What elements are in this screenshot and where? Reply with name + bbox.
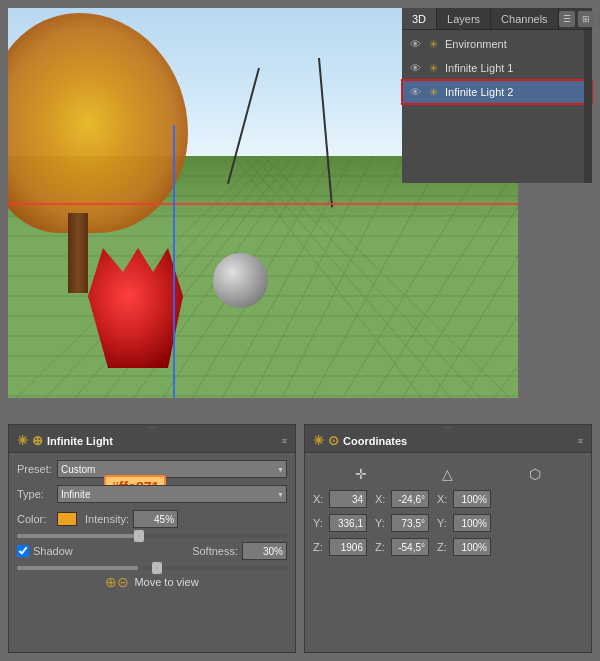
shadow-checkbox-wrapper: Shadow [17,545,73,557]
x-angle-label: X: [375,493,387,505]
softness-slider[interactable] [17,566,287,570]
layer-name-environment: Environment [445,38,586,50]
panel-icon-options[interactable]: ⊙ [597,11,600,27]
preset-label: Preset: [17,463,57,475]
coord-row-z: Z: 1906 Z: -54,5° Z: 100% [313,537,583,557]
type-select[interactable]: Infinite [57,485,287,503]
intensity-label: Intensity: [85,513,129,525]
svg-line-26 [428,256,518,398]
layer-eye-il2[interactable]: 👁 [408,85,422,99]
layer-name-il1: Infinite Light 1 [445,62,586,74]
coord-move-icon[interactable]: ✛ [350,463,372,485]
prop-body-left: Preset: Custom #ffc871 Type: Infinite Co… [9,453,295,596]
svg-line-30 [263,156,518,398]
intensity-slider[interactable] [17,534,287,538]
layer-eye-il1[interactable]: 👁 [408,61,422,75]
layer-icon-environment: ✳ [426,37,440,51]
prop-body-right: ✛ △ ⬡ X: 34 X: -24,6° X: 100% Y: 336,1 Y… [305,453,591,567]
layer-infinite-light-2[interactable]: 👁 ✳ Infinite Light 2 [402,80,592,104]
prop-header-right: ✳ ⊙ Coordinates ≡ [305,429,591,453]
shadow-checkbox[interactable] [17,545,29,557]
x-position[interactable]: 34 [329,490,367,508]
softness-label: Softness: [192,545,238,557]
z-pct-label: Z: [437,541,449,553]
coord-icon-sun: ✳ [313,433,324,448]
left-properties-panel: ✳ ⊕ Infinite Light ≡ Preset: Custom #ffc… [8,424,296,653]
coord-icon-sym: ⊙ [328,433,339,448]
svg-line-32 [243,156,458,398]
prop-icon-sun: ✳ [17,433,28,448]
z-position[interactable]: 1906 [329,538,367,556]
panel-3d: 3D Layers Channels ☰ ⊞ ⊙ ⊚ 👁 ✳ Environme… [402,8,592,183]
left-panel-title: Infinite Light [47,435,113,447]
layer-list: 👁 ✳ Environment 👁 ✳ Infinite Light 1 👁 ✳… [402,30,592,106]
layer-environment[interactable]: 👁 ✳ Environment [402,32,592,56]
tab-layers[interactable]: Layers [437,8,491,29]
svg-line-28 [488,366,518,398]
svg-line-27 [458,316,518,398]
coord-icons-row: ✛ △ ⬡ [313,459,583,489]
coord-rotate-icon[interactable]: △ [437,463,459,485]
color-swatch[interactable] [57,512,77,526]
z-angle[interactable]: -54,5° [391,538,429,556]
layer-icon-il1: ✳ [426,61,440,75]
y-axis-label: Y: [313,517,325,529]
right-panel-title: Coordinates [343,435,407,447]
prop-icon-coord: ⊕ [32,433,43,448]
y-angle-label: Y: [375,517,387,529]
right-properties-panel: ✳ ⊙ Coordinates ≡ ✛ △ ⬡ X: 34 X: -24,6° … [304,424,592,653]
y-pct-label: Y: [437,517,449,529]
preset-select-wrapper: Custom [57,460,287,478]
layer-name-il2: Infinite Light 2 [445,86,586,98]
type-select-wrapper: Infinite [57,485,287,503]
svg-line-22 [308,156,443,398]
svg-line-23 [338,156,488,398]
move-to-view-btn[interactable]: ⊕⊝ Move to view [17,574,287,590]
x-angle[interactable]: -24,6° [391,490,429,508]
x-axis-label: X: [313,493,325,505]
intensity-input[interactable]: 45% [133,510,178,528]
svg-line-31 [253,156,488,398]
prop-row-shadow: Shadow Softness: 30% [17,541,287,561]
layer-infinite-light-1[interactable]: 👁 ✳ Infinite Light 1 [402,56,592,80]
tab-channels[interactable]: Channels [491,8,558,29]
preset-select[interactable]: Custom [57,460,287,478]
x-percent[interactable]: 100% [453,490,491,508]
y-angle[interactable]: 73,5° [391,514,429,532]
panel-tabs: 3D Layers Channels ☰ ⊞ ⊙ ⊚ [402,8,592,30]
prop-header-left: ✳ ⊕ Infinite Light ≡ [9,429,295,453]
panel-icon-list[interactable]: ☰ [559,11,575,27]
coord-row-x: X: 34 X: -24,6° X: 100% [313,489,583,509]
color-label: Color: [17,513,57,525]
move-label: Move to view [134,576,198,588]
layer-eye-environment[interactable]: 👁 [408,37,422,51]
z-axis-label: Z: [313,541,325,553]
prop-row-color: Color: Intensity: 45% [17,509,287,529]
y-position[interactable]: 336,1 [329,514,367,532]
prop-row-type: Type: Infinite [17,484,287,504]
move-icon: ⊕⊝ [105,574,129,590]
panel-icon-filter[interactable]: ⊞ [578,11,594,27]
prop-collapse-left[interactable]: ≡ [282,436,287,446]
coord-row-y: Y: 336,1 Y: 73,5° Y: 100% [313,513,583,533]
panel-scrollbar[interactable] [584,30,592,183]
y-percent[interactable]: 100% [453,514,491,532]
svg-line-24 [368,166,518,398]
svg-line-21 [278,156,403,398]
svg-line-25 [398,206,518,398]
x-pct-label: X: [437,493,449,505]
z-angle-label: Z: [375,541,387,553]
prop-collapse-right[interactable]: ≡ [578,436,583,446]
tab-3d[interactable]: 3D [402,8,437,29]
shadow-label: Shadow [33,545,73,557]
layer-icon-il2: ✳ [426,85,440,99]
softness-input[interactable]: 30% [242,542,287,560]
coord-scale-icon[interactable]: ⬡ [524,463,546,485]
z-percent[interactable]: 100% [453,538,491,556]
type-label: Type: [17,488,57,500]
bottom-panels: ✳ ⊕ Infinite Light ≡ Preset: Custom #ffc… [0,416,600,661]
